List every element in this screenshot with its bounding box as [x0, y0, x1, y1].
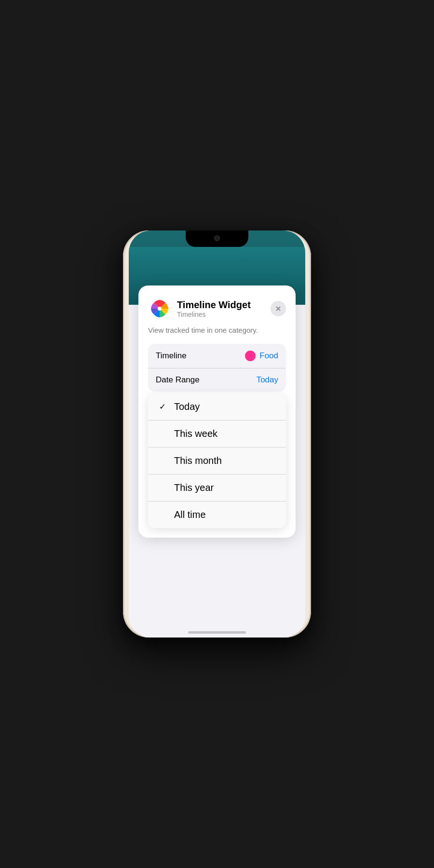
timeline-value-text: Food	[259, 351, 278, 361]
description-text: View tracked time in one category.	[148, 325, 286, 335]
app-subtitle: Timelines	[177, 311, 251, 318]
svg-point-1	[158, 307, 162, 311]
dropdown-item-text-today: Today	[174, 401, 200, 412]
dropdown-item-this-week[interactable]: This week	[148, 420, 286, 447]
timeline-label: Timeline	[156, 351, 187, 361]
phone-screen: Timeline Widget Timelines View tracked t…	[129, 231, 305, 637]
dropdown-item-this-year[interactable]: This year	[148, 474, 286, 501]
modal-header: Timeline Widget Timelines	[148, 297, 286, 320]
dropdown-item-today[interactable]: ✓ Today	[148, 393, 286, 420]
dropdown-item-text-this-month: This month	[174, 455, 222, 466]
settings-card: Timeline Food Date Range Today	[148, 344, 286, 392]
check-icon: ✓	[158, 402, 167, 412]
home-indicator	[188, 631, 246, 634]
date-range-row[interactable]: Date Range Today	[148, 368, 286, 392]
notch	[186, 231, 248, 247]
timeline-row[interactable]: Timeline Food	[148, 344, 286, 368]
dropdown-menu: ✓ Today This week This month This year	[148, 393, 286, 528]
dropdown-item-text-all-time: All time	[174, 509, 206, 520]
dropdown-item-text-this-year: This year	[174, 482, 214, 493]
food-color-dot	[245, 351, 256, 361]
date-range-label: Date Range	[156, 375, 200, 385]
timeline-value: Food	[245, 351, 278, 361]
app-title: Timeline Widget	[177, 299, 251, 311]
close-button[interactable]	[271, 301, 286, 316]
modal-sheet: Timeline Widget Timelines View tracked t…	[138, 285, 296, 538]
screen-content: Timeline Widget Timelines View tracked t…	[129, 247, 305, 637]
app-title-group: Timeline Widget Timelines	[177, 299, 251, 318]
camera-icon	[214, 235, 220, 241]
dropdown-item-all-time[interactable]: All time	[148, 501, 286, 528]
dropdown-item-text-this-week: This week	[174, 428, 217, 439]
dropdown-item-this-month[interactable]: This month	[148, 447, 286, 474]
date-range-value: Today	[257, 375, 278, 385]
modal-header-left: Timeline Widget Timelines	[148, 297, 251, 320]
app-icon	[148, 297, 171, 320]
phone-frame: Timeline Widget Timelines View tracked t…	[123, 231, 311, 637]
